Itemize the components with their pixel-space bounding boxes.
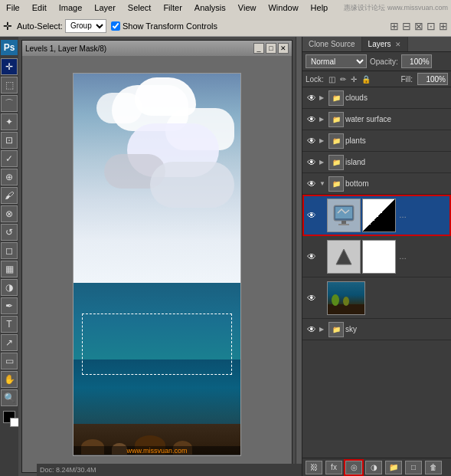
expand-arrow[interactable]: ▶ xyxy=(319,137,327,144)
layer-row-sky[interactable]: 👁 ▶ 📁 sky xyxy=(302,319,451,340)
layer-options-icon-2[interactable]: … xyxy=(399,252,407,261)
layer-options-icon[interactable]: … xyxy=(399,211,407,219)
tab-layers[interactable]: Layers ✕ xyxy=(362,37,409,51)
lasso-tool[interactable]: ⌒ xyxy=(1,95,18,112)
eyedropper-tool[interactable]: ✓ xyxy=(1,150,18,167)
menu-edit[interactable]: Edit xyxy=(29,2,50,13)
brush-tool[interactable]: 🖌 xyxy=(1,187,18,204)
menu-image[interactable]: Image xyxy=(56,2,86,13)
dodge-tool[interactable]: ◑ xyxy=(1,279,18,296)
layer-row-mask[interactable]: 👁 … xyxy=(302,195,451,236)
path-select-tool[interactable]: ↗ xyxy=(1,334,18,351)
zoom-tool[interactable]: 🔍 xyxy=(1,389,18,406)
align-icon-5[interactable]: ⊞ xyxy=(439,20,448,32)
selection-rect xyxy=(82,314,232,375)
crop-tool[interactable]: ⊡ xyxy=(1,132,18,149)
layer-name: bottom xyxy=(345,179,448,188)
layer-row[interactable]: 👁 ▼ 📁 bottom xyxy=(302,173,451,195)
menu-bar: File Edit Image Layer Select Filter Anal… xyxy=(0,0,451,15)
layer-row-3[interactable]: 👁 xyxy=(302,277,451,319)
doc-title: Levels 1, Layer Mask/8) xyxy=(25,44,106,53)
clone-stamp-tool[interactable]: ⊗ xyxy=(1,205,18,222)
move-tool[interactable]: ✛ xyxy=(1,58,18,75)
right-scrollbar[interactable] xyxy=(296,37,302,476)
layer-row[interactable]: 👁 ▶ 📁 water surface xyxy=(302,109,451,130)
adjustment-button[interactable]: ◑ xyxy=(365,461,382,474)
main-area: Levels 1, Layer Mask/8) _ □ ✕ xyxy=(18,37,451,476)
menu-file[interactable]: File xyxy=(3,2,23,13)
expand-arrow[interactable]: ▶ xyxy=(319,116,327,123)
opacity-input[interactable] xyxy=(401,54,432,68)
layer-row[interactable]: 👁 ▶ 📁 island xyxy=(302,152,451,173)
blend-mode-select[interactable]: Normal Multiply Screen xyxy=(306,54,367,68)
foreground-color[interactable] xyxy=(3,411,15,423)
close-button[interactable]: ✕ xyxy=(278,43,289,54)
group-icon: 📁 xyxy=(328,90,344,106)
shape-tool[interactable]: ▭ xyxy=(1,353,18,369)
tab-close-icon[interactable]: ✕ xyxy=(395,41,401,48)
layer-row[interactable]: 👁 ▶ 📁 clouds xyxy=(302,87,451,109)
lock-transparent-icon[interactable]: ◫ xyxy=(328,75,335,84)
layer-row-2[interactable]: 👁 … xyxy=(302,236,451,277)
new-group-button[interactable]: 📁 xyxy=(385,461,402,474)
transform-checkbox[interactable] xyxy=(111,21,120,31)
eraser-tool[interactable]: ◻ xyxy=(1,242,18,259)
fill-label: Fill: xyxy=(400,75,413,84)
tab-clone-source[interactable]: Clone Source xyxy=(302,37,362,51)
group-icon: 📁 xyxy=(328,133,344,149)
lock-all-icon[interactable]: 🔒 xyxy=(361,75,371,84)
menu-filter[interactable]: Filter xyxy=(160,2,185,13)
move-tool-icon: ✛ xyxy=(3,20,12,32)
layer-row[interactable]: 👁 ▶ 📁 plants xyxy=(302,130,451,152)
visibility-icon[interactable]: 👁 xyxy=(306,113,318,126)
link-layers-button[interactable]: ⛓ xyxy=(306,461,322,474)
pen-tool[interactable]: ✒ xyxy=(1,297,18,314)
add-style-button[interactable]: fx xyxy=(325,461,342,474)
hand-tool[interactable]: ✋ xyxy=(1,371,18,388)
history-brush-tool[interactable]: ↺ xyxy=(1,224,18,241)
add-mask-button[interactable]: ◎ xyxy=(345,461,362,474)
minimize-button[interactable]: _ xyxy=(253,43,264,54)
menu-help[interactable]: Help xyxy=(308,2,332,13)
menu-select[interactable]: Select xyxy=(125,2,155,13)
transform-controls: Show Transform Controls xyxy=(111,21,217,31)
lock-image-icon[interactable]: ✏ xyxy=(340,75,346,84)
gradient-tool[interactable]: ▦ xyxy=(1,261,18,277)
menu-view[interactable]: View xyxy=(235,2,260,13)
visibility-icon[interactable]: 👁 xyxy=(306,251,318,263)
type-tool[interactable]: T xyxy=(1,316,18,333)
visibility-icon[interactable]: 👁 xyxy=(306,178,318,190)
cloud-7 xyxy=(150,162,234,208)
visibility-icon[interactable]: 👁 xyxy=(306,156,318,169)
menu-analysis[interactable]: Analysis xyxy=(191,2,229,13)
expand-arrow[interactable]: ▶ xyxy=(319,94,327,101)
visibility-icon[interactable]: 👁 xyxy=(306,92,318,104)
align-icon-3[interactable]: ⊠ xyxy=(414,20,423,32)
maximize-button[interactable]: □ xyxy=(266,43,276,54)
visibility-icon[interactable]: 👁 xyxy=(306,323,318,336)
menu-window[interactable]: Window xyxy=(265,2,301,13)
align-icon-1[interactable]: ⊞ xyxy=(390,20,399,32)
left-toolpanel: Ps ✛ ⬚ ⌒ ✦ ⊡ ✓ ⊕ 🖌 ⊗ ↺ ◻ ▦ ◑ ✒ T ↗ ▭ ✋ 🔍 xyxy=(0,37,18,476)
fill-input[interactable] xyxy=(417,73,448,85)
marquee-tool[interactable]: ⬚ xyxy=(1,77,18,94)
expand-arrow[interactable]: ▶ xyxy=(319,159,327,166)
magic-wand-tool[interactable]: ✦ xyxy=(1,113,18,130)
align-icon-2[interactable]: ⊟ xyxy=(402,20,411,32)
visibility-icon[interactable]: 👁 xyxy=(306,209,318,222)
menu-layer[interactable]: Layer xyxy=(91,2,119,13)
doc-window-controls: _ □ ✕ xyxy=(253,43,289,54)
expand-arrow[interactable]: ▼ xyxy=(319,180,327,187)
visibility-icon[interactable]: 👁 xyxy=(306,135,318,147)
delete-layer-button[interactable]: 🗑 xyxy=(425,461,442,474)
lock-position-icon[interactable]: ✛ xyxy=(351,75,357,84)
new-layer-button[interactable]: □ xyxy=(405,461,422,474)
layers-panel: Clone Source Layers ✕ Normal Multiply Sc… xyxy=(302,37,451,476)
align-icon-4[interactable]: ⊡ xyxy=(426,20,436,32)
layer-name-sky: sky xyxy=(345,325,448,333)
auto-select-dropdown[interactable]: Group Layer xyxy=(65,19,106,33)
layers-list: 👁 ▶ 📁 clouds 👁 ▶ 📁 water surface 👁 ▶ 📁 p… xyxy=(302,87,451,458)
expand-arrow[interactable]: ▶ xyxy=(319,326,327,333)
heal-tool[interactable]: ⊕ xyxy=(1,169,18,185)
visibility-icon[interactable]: 👁 xyxy=(306,292,318,304)
